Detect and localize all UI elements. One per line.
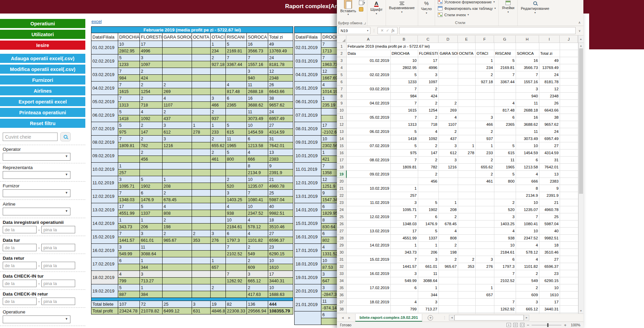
- excel-cell[interactable]: 2: [438, 242, 458, 249]
- excel-cell[interactable]: Data: [346, 50, 390, 57]
- excel-cell[interactable]: 1080.41: [516, 220, 539, 228]
- zoom-in-icon[interactable]: +: [564, 323, 566, 328]
- excel-cell[interactable]: 578.12: [516, 249, 539, 256]
- excel-cell[interactable]: 1: [475, 57, 494, 64]
- excel-cell[interactable]: 02.02.2019: [346, 71, 390, 78]
- excel-cell[interactable]: [560, 185, 578, 192]
- excel-cell[interactable]: [458, 114, 475, 121]
- excel-cell[interactable]: 2: [418, 142, 438, 149]
- scroll-left-icon[interactable]: ◄: [449, 315, 454, 321]
- excel-cell[interactable]: 612: [438, 149, 458, 157]
- excel-row-header[interactable]: 22: [337, 192, 346, 199]
- excel-cell[interactable]: 8: [516, 185, 539, 192]
- excel-cell[interactable]: 800: [494, 178, 516, 185]
- zoom-out-icon[interactable]: −: [527, 323, 530, 328]
- excel-cell[interactable]: 23: [539, 270, 560, 277]
- excel-cell[interactable]: [458, 284, 475, 291]
- excel-row-header[interactable]: 35: [337, 284, 346, 291]
- excel-cell[interactable]: [438, 185, 458, 192]
- excel-cell[interactable]: [475, 192, 494, 199]
- excel-cell[interactable]: 1: [390, 242, 418, 249]
- excel-cell[interactable]: 927.18: [475, 78, 494, 86]
- excel-cell[interactable]: 1348.03: [390, 220, 418, 228]
- excel-cell[interactable]: 1262.92: [494, 306, 516, 313]
- excel-cell[interactable]: [438, 57, 458, 64]
- excel-cell[interactable]: 49: [539, 57, 560, 64]
- excel-cell[interactable]: 13.02.2019: [346, 228, 390, 235]
- data-retur-to-input[interactable]: [41, 262, 75, 269]
- data-check-in-retur-from-input[interactable]: [3, 298, 37, 305]
- excel-cell[interactable]: 1403.25: [494, 220, 516, 228]
- name-box[interactable]: N19▾: [339, 27, 370, 34]
- excel-cell[interactable]: SOROCA: [516, 50, 539, 57]
- excel-cell[interactable]: 5: [418, 228, 438, 235]
- excel-cell[interactable]: 461: [475, 178, 494, 185]
- excel-row-header[interactable]: 15: [337, 142, 346, 149]
- excel-row-header[interactable]: 13: [337, 128, 346, 135]
- excel-cell[interactable]: 10: [494, 242, 516, 249]
- excel-row-header[interactable]: 21: [337, 185, 346, 192]
- excel-cell[interactable]: 2169.81: [494, 64, 516, 71]
- excel-cell[interactable]: [494, 135, 516, 142]
- excel-column-header-h[interactable]: H: [516, 36, 539, 43]
- excel-cell[interactable]: [560, 100, 578, 107]
- excel-cell[interactable]: 7: [390, 213, 418, 220]
- excel-cell[interactable]: 2: [516, 284, 539, 291]
- excel-cell[interactable]: [475, 270, 494, 277]
- excel-cell[interactable]: [438, 64, 458, 71]
- excel-cell[interactable]: 2: [475, 171, 494, 178]
- excel-cell[interactable]: 18.02.2019: [346, 299, 390, 306]
- excel-cell[interactable]: [560, 78, 578, 86]
- excel-row-header[interactable]: 36: [337, 291, 346, 299]
- excel-cell[interactable]: 5: [494, 57, 516, 64]
- sheet-next-icon[interactable]: ►: [348, 316, 351, 320]
- excel-cell[interactable]: 456: [418, 178, 438, 185]
- excel-cell[interactable]: [475, 185, 494, 192]
- excel-cell[interactable]: 2: [516, 270, 539, 277]
- excel-cell[interactable]: 6643.66: [539, 107, 560, 114]
- excel-cell[interactable]: 3: [475, 114, 494, 121]
- excel-cell[interactable]: [494, 43, 516, 50]
- excel-cell[interactable]: 13: [539, 171, 560, 178]
- operatiune-select[interactable]: ▼: [3, 315, 70, 323]
- excel-cell[interactable]: 343.73: [390, 249, 418, 256]
- format-as-table-button[interactable]: Форматировать как таблицу ▾: [438, 5, 496, 11]
- excel-cell[interactable]: 21: [539, 199, 560, 206]
- excel-cell[interactable]: [438, 78, 458, 86]
- excel-cell[interactable]: [458, 242, 475, 249]
- excel-cell[interactable]: [494, 128, 516, 135]
- excel-cell[interactable]: 718: [418, 121, 438, 128]
- excel-cell[interactable]: 4: [494, 228, 516, 235]
- excel-cell[interactable]: 1454.59: [516, 149, 539, 157]
- excel-cell[interactable]: [458, 178, 475, 185]
- excel-cell[interactable]: 10: [516, 199, 539, 206]
- excel-cell[interactable]: 2348: [539, 93, 560, 100]
- excel-cell[interactable]: [560, 50, 578, 57]
- excel-row-header[interactable]: 10: [337, 107, 346, 114]
- excel-cell[interactable]: [346, 78, 390, 86]
- excel-cell[interactable]: [346, 135, 390, 142]
- excel-cell[interactable]: 657: [475, 291, 494, 299]
- excel-cell[interactable]: [458, 277, 475, 284]
- sidebar-button-airlines[interactable]: Airlines: [0, 86, 85, 95]
- excel-cell[interactable]: 198: [438, 249, 458, 256]
- excel-row-header[interactable]: 5: [337, 71, 346, 78]
- excel-cell[interactable]: 9982.51: [539, 235, 560, 242]
- excel-cell[interactable]: 16: [516, 57, 539, 64]
- excel-cell[interactable]: 1441.57: [390, 263, 418, 270]
- data-inregistrarii-operatiunii-from-input[interactable]: [3, 226, 37, 233]
- excel-row-header[interactable]: 17: [337, 157, 346, 164]
- excel-cell[interactable]: 16.02.2019: [346, 270, 390, 277]
- excel-cell[interactable]: 1254: [418, 107, 438, 114]
- operator-select[interactable]: ▼: [3, 153, 70, 161]
- excel-cell[interactable]: [560, 277, 578, 284]
- excel-cell[interactable]: [390, 291, 418, 299]
- excel-row-header[interactable]: 27: [337, 228, 346, 235]
- reprezentanta-select[interactable]: ▼: [3, 171, 70, 179]
- excel-cell[interactable]: 07.02.2019: [346, 142, 390, 149]
- data-check-in-tur-to-input[interactable]: [41, 280, 75, 287]
- excel-cell[interactable]: 09.02.2019: [346, 171, 390, 178]
- excel-cell[interactable]: [390, 178, 418, 185]
- excel-cell[interactable]: 25: [539, 213, 560, 220]
- search-input[interactable]: [3, 133, 58, 141]
